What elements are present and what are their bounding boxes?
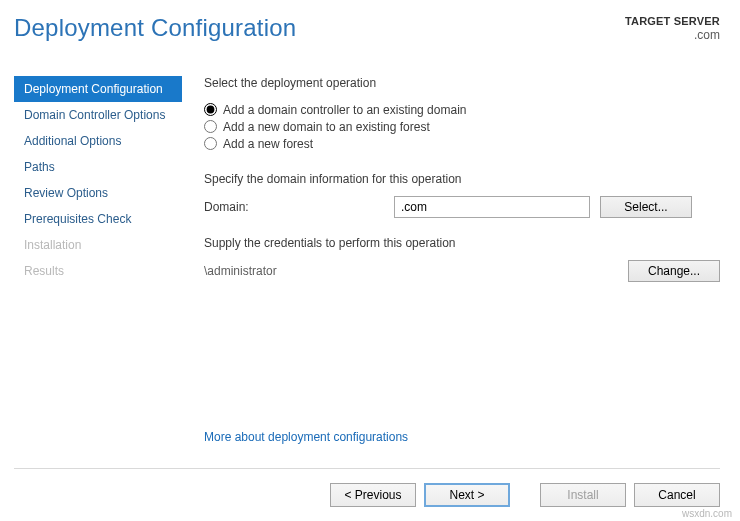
radio-input-add-dc-existing-domain[interactable] [204,103,217,116]
cancel-button[interactable]: Cancel [634,483,720,507]
sidebar-item-results: Results [14,258,182,284]
watermark-text: wsxdn.com [682,508,732,519]
sidebar-item-deployment-configuration[interactable]: Deployment Configuration [14,76,182,102]
previous-button[interactable]: < Previous [330,483,416,507]
more-about-link[interactable]: More about deployment configurations [204,430,720,444]
page-title: Deployment Configuration [14,14,296,42]
domain-info-label: Specify the domain information for this … [204,172,720,186]
target-server-value: .com [625,28,720,44]
radio-label: Add a new forest [223,137,313,151]
sidebar-item-review-options[interactable]: Review Options [14,180,182,206]
wizard-sidebar: Deployment Configuration Domain Controll… [14,76,182,468]
content-pane: Select the deployment operation Add a do… [182,50,740,468]
wizard-footer: < Previous Next > Install Cancel [0,469,740,521]
credentials-value: \administrator [204,264,277,278]
sidebar-item-prerequisites-check[interactable]: Prerequisites Check [14,206,182,232]
radio-add-new-forest[interactable]: Add a new forest [204,137,720,151]
radio-label: Add a new domain to an existing forest [223,120,430,134]
target-server-block: TARGET SERVER .com [625,14,720,44]
radio-input-add-new-forest[interactable] [204,137,217,150]
domain-input[interactable] [394,196,590,218]
sidebar-item-additional-options[interactable]: Additional Options [14,128,182,154]
sidebar-item-installation: Installation [14,232,182,258]
next-button[interactable]: Next > [424,483,510,507]
radio-add-domain-existing-forest[interactable]: Add a new domain to an existing forest [204,120,720,134]
radio-input-add-domain-existing-forest[interactable] [204,120,217,133]
target-server-label: TARGET SERVER [625,14,720,28]
radio-add-dc-existing-domain[interactable]: Add a domain controller to an existing d… [204,103,720,117]
credentials-label: Supply the credentials to perform this o… [204,236,720,250]
domain-field-label: Domain: [204,200,394,214]
sidebar-item-paths[interactable]: Paths [14,154,182,180]
radio-label: Add a domain controller to an existing d… [223,103,466,117]
select-operation-label: Select the deployment operation [204,76,720,90]
sidebar-item-domain-controller-options[interactable]: Domain Controller Options [14,102,182,128]
install-button: Install [540,483,626,507]
deployment-operation-radios: Add a domain controller to an existing d… [204,100,720,154]
change-credentials-button[interactable]: Change... [628,260,720,282]
select-domain-button[interactable]: Select... [600,196,692,218]
